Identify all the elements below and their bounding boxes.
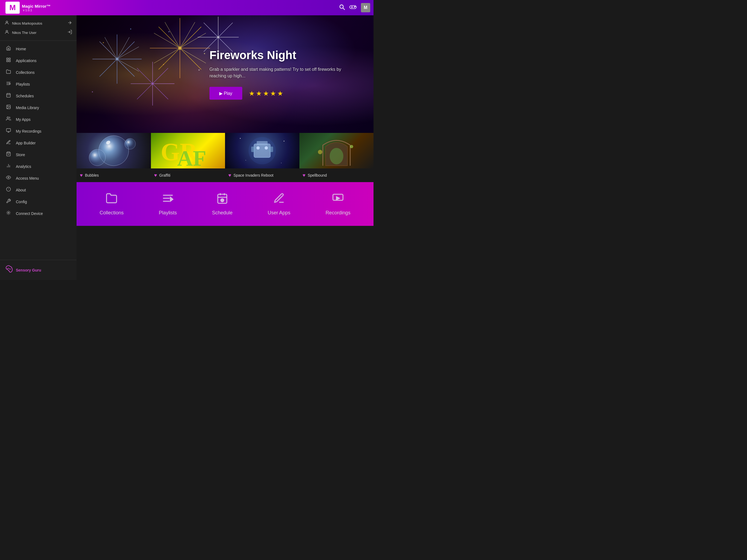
hero-play-button[interactable]: ▶ Play [209, 87, 242, 100]
heart-icon-spell[interactable]: ♥ [303, 173, 306, 178]
search-icon[interactable] [339, 4, 345, 11]
config-icon [5, 199, 11, 205]
sidebar-label-access-menu: Access Menu [16, 176, 39, 180]
svg-rect-9 [6, 58, 8, 59]
quick-nav-recordings-icon [332, 192, 344, 207]
access-menu-icon [5, 175, 11, 181]
admin-user-row[interactable]: Nikos Markopoulos [4, 19, 72, 28]
svg-point-117 [221, 199, 224, 202]
store-icon [5, 152, 11, 158]
thumb-label-row-bubbles: ♥ Bubbles [77, 169, 151, 182]
admin-user-inner: Nikos Markopoulos [4, 20, 42, 26]
main-layout: Nikos Markopoulos Nikos The User [0, 15, 374, 280]
app-logo: M [5, 2, 20, 14]
connect-device-icon [5, 210, 11, 217]
quick-nav-playlists[interactable]: Playlists [159, 192, 177, 216]
sidebar-item-about[interactable]: About [0, 184, 77, 196]
thumb-item-spellbound[interactable]: ♥ Spellbound [300, 133, 374, 182]
thumb-bg-bubbles [77, 133, 151, 169]
sidebar-item-playlists[interactable]: Playlists [0, 78, 77, 90]
sidebar-item-applications[interactable]: Applications [0, 55, 77, 67]
sidebar-label-collections: Collections [16, 70, 34, 75]
thumb-item-space-invaders[interactable]: ♥ Space Invaders Reboot [225, 133, 300, 182]
sidebar-label-connect-device: Connect Device [16, 211, 43, 216]
star-2: ★ [256, 90, 262, 97]
sidebar-item-collections[interactable]: Collections [0, 67, 77, 78]
svg-rect-10 [9, 58, 10, 59]
sidebar-item-my-recordings[interactable]: My Recordings [0, 125, 77, 137]
heart-icon-graffiti[interactable]: ♥ [154, 173, 157, 178]
sidebar-item-store[interactable]: Store [0, 149, 77, 160]
regular-user-row[interactable]: Nikos The User [4, 28, 72, 37]
sidebar-item-schedules[interactable]: Schedules [0, 90, 77, 102]
thumb-item-bubbles[interactable]: ♥ Bubbles [77, 133, 151, 182]
svg-point-108 [350, 145, 353, 148]
quick-nav-user-apps[interactable]: User Apps [268, 192, 290, 216]
svg-line-1 [343, 8, 344, 9]
svg-point-6 [355, 6, 355, 7]
thumb-label-space: Space Invaders Reboot [233, 173, 274, 177]
thumb-label-spell: Spellbound [308, 173, 327, 177]
svg-rect-11 [6, 60, 8, 62]
svg-point-91 [125, 138, 136, 149]
svg-point-103 [284, 141, 284, 142]
svg-rect-99 [257, 141, 268, 145]
avatar[interactable]: M [361, 3, 370, 12]
admin-action-icon[interactable] [67, 20, 72, 26]
svg-point-102 [240, 138, 241, 139]
quick-nav-recordings[interactable]: Recordings [326, 192, 351, 216]
sidebar-item-analytics[interactable]: Analytics [0, 160, 77, 172]
svg-point-101 [265, 146, 268, 150]
hero-bottom: ▶ Play ★ ★ ★ ★ ★ [209, 87, 352, 100]
quick-nav-schedule-icon [216, 192, 228, 207]
sensory-logo-icon [4, 264, 14, 276]
sidebar-label-home: Home [16, 47, 26, 51]
svg-point-8 [6, 30, 8, 32]
sidebar-label-applications: Applications [16, 58, 36, 63]
sidebar-item-connect-device[interactable]: Connect Device [0, 207, 77, 219]
app-name: Magic Mirror™ [22, 4, 51, 8]
quick-nav-schedule[interactable]: Schedule [212, 192, 232, 216]
sidebar-label-my-recordings: My Recordings [16, 129, 41, 133]
quick-nav-collections-icon [106, 192, 118, 207]
sidebar-item-media-library[interactable]: Media Library [0, 102, 77, 113]
sidebar-label-playlists: Playlists [16, 82, 30, 86]
svg-rect-24 [6, 128, 11, 131]
hero-stars: ★ ★ ★ ★ ★ [249, 90, 283, 97]
user-login-icon[interactable] [67, 29, 72, 35]
quick-nav-collections[interactable]: Collections [100, 192, 124, 216]
svg-point-105 [281, 163, 282, 163]
top-bar-left: M Magic Mirror™ v 1.0.1 [3, 2, 51, 14]
top-bar: M Magic Mirror™ v 1.0.1 M [0, 0, 374, 15]
star-1: ★ [249, 90, 255, 97]
heart-icon-space[interactable]: ♥ [228, 173, 231, 178]
svg-point-106 [330, 148, 343, 164]
sidebar-item-home[interactable]: Home [0, 43, 77, 55]
sidebar-item-config[interactable]: Config [0, 196, 77, 207]
media-library-icon [5, 104, 11, 111]
app-builder-icon [5, 140, 11, 146]
my-apps-icon [5, 116, 11, 123]
sensory-guru-logo: Sensory Guru [4, 264, 41, 276]
thumb-label-row-spell: ♥ Spellbound [300, 169, 374, 182]
hero-section: Fireworks Night Grab a sparkler and star… [77, 15, 374, 133]
content-area: Fireworks Night Grab a sparkler and star… [77, 15, 374, 280]
svg-point-35 [8, 212, 9, 213]
regular-user-inner: Nikos The User [4, 29, 36, 35]
svg-point-23 [7, 117, 9, 119]
quick-nav-schedule-label: Schedule [212, 210, 232, 216]
gamepad-icon[interactable] [350, 4, 357, 11]
svg-marker-16 [9, 83, 11, 85]
quick-nav-playlists-icon [162, 192, 174, 207]
thumb-bg-spell [300, 133, 374, 169]
heart-icon-bubbles[interactable]: ♥ [80, 173, 83, 178]
sidebar-item-app-builder[interactable]: App Builder [0, 137, 77, 149]
quick-nav-recordings-label: Recordings [326, 210, 351, 216]
thumb-label-graffiti: Graffiti [159, 173, 170, 177]
sidebar-item-my-apps[interactable]: My Apps [0, 113, 77, 125]
about-icon [5, 187, 11, 193]
svg-rect-96 [254, 144, 271, 157]
thumb-item-graffiti[interactable]: GR AF ♥ Graffiti [151, 133, 225, 182]
svg-point-22 [7, 106, 8, 106]
sidebar-item-access-menu[interactable]: Access Menu [0, 172, 77, 184]
